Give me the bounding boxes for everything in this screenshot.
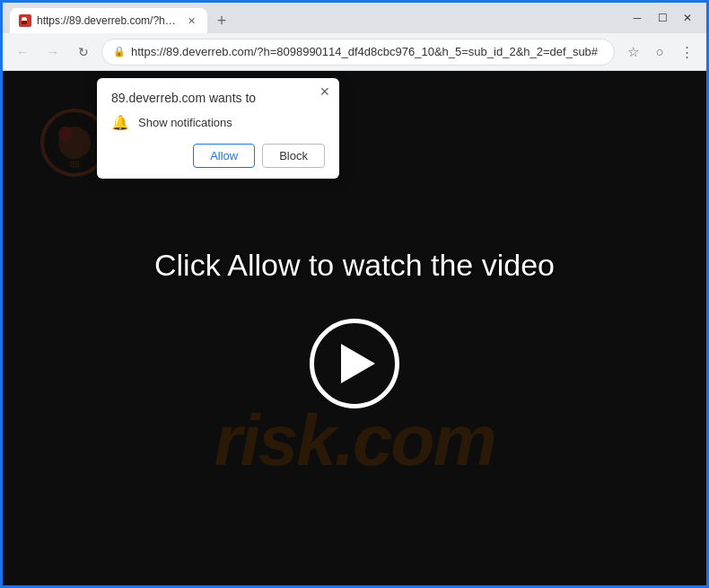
popup-close-button[interactable]: ✕: [319, 85, 330, 98]
notification-popup: ✕ 89.deverreb.com wants to 🔔 Show notifi…: [97, 78, 339, 179]
svg-point-2: [58, 127, 73, 141]
page-content: 89 Click Allow to watch the video risk.c…: [3, 71, 706, 585]
play-button[interactable]: [310, 319, 399, 408]
back-button[interactable]: ←: [10, 39, 35, 65]
svg-text:89: 89: [69, 160, 80, 170]
title-bar: https://89.deverreb.com/?h=809... ✕ + ─ …: [3, 3, 706, 33]
address-bar: ← → ↻ 🔒 https://89.deverreb.com/?h=80989…: [3, 33, 706, 71]
active-tab[interactable]: https://89.deverreb.com/?h=809... ✕: [10, 8, 207, 33]
maximize-button[interactable]: ☐: [651, 9, 674, 27]
click-allow-text: Click Allow to watch the video: [154, 248, 555, 283]
lock-icon: 🔒: [113, 46, 126, 57]
tab-title: https://89.deverreb.com/?h=809...: [37, 14, 179, 27]
play-triangle-icon: [341, 344, 375, 383]
tab-close-button[interactable]: ✕: [184, 13, 198, 28]
browser-window: https://89.deverreb.com/?h=809... ✕ + ─ …: [0, 0, 709, 588]
menu-button[interactable]: ⋮: [674, 39, 699, 65]
url-text: https://89.deverreb.com/?h=8098990114_df…: [131, 45, 603, 58]
bookmark-button[interactable]: ☆: [620, 39, 645, 65]
popup-permission: 🔔 Show notifications: [111, 114, 325, 131]
watermark-text: risk.com: [214, 399, 495, 482]
popup-buttons: Allow Block: [111, 144, 325, 168]
close-button[interactable]: ✕: [676, 9, 699, 27]
popup-title: 89.deverreb.com wants to: [111, 91, 325, 105]
url-bar[interactable]: 🔒 https://89.deverreb.com/?h=8098990114_…: [101, 39, 615, 66]
forward-button[interactable]: →: [40, 39, 66, 65]
permission-text: Show notifications: [138, 116, 232, 129]
profile-button[interactable]: ○: [647, 39, 672, 65]
minimize-button[interactable]: ─: [626, 9, 649, 27]
bell-icon: 🔔: [111, 114, 129, 131]
reload-button[interactable]: ↻: [71, 39, 96, 65]
address-actions: ☆ ○ ⋮: [620, 39, 699, 65]
new-tab-button[interactable]: +: [209, 8, 234, 33]
window-controls: ─ ☐ ✕: [626, 9, 699, 27]
tab-area: https://89.deverreb.com/?h=809... ✕ +: [10, 3, 615, 33]
allow-button[interactable]: Allow: [193, 144, 255, 168]
block-button[interactable]: Block: [262, 144, 325, 168]
tab-favicon: [19, 14, 31, 27]
